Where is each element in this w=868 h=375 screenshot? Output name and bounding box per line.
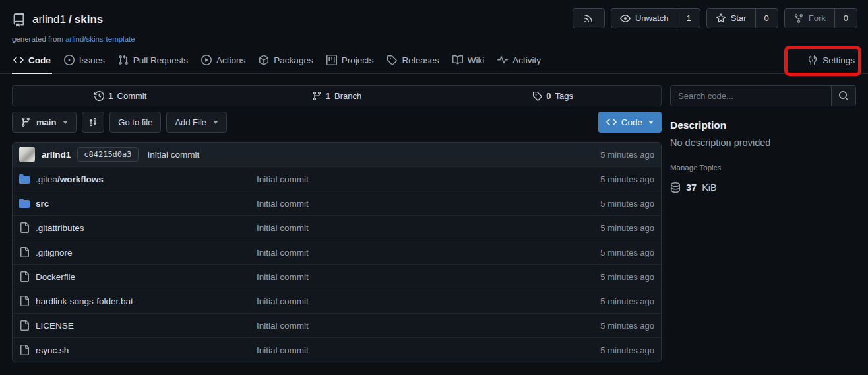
description-text: No description provided (670, 137, 856, 148)
file-name[interactable]: rsync.sh (36, 345, 257, 355)
tag-count: 0 (546, 91, 551, 101)
unwatch-label: Unwatch (635, 13, 669, 23)
file-commit-message[interactable]: Initial commit (257, 199, 542, 209)
book-icon (452, 55, 463, 65)
page-title: arlind1/skins (32, 13, 103, 26)
repo-nav: Code Issues Pull Requests Actions Packag… (0, 48, 868, 74)
repo-actions: Unwatch 1 Star 0 Fork 0 (573, 8, 857, 28)
unwatch-button[interactable]: Unwatch (611, 9, 677, 28)
commit-author-link[interactable]: arlind1 (42, 150, 71, 160)
go-to-file-label: Go to file (118, 118, 152, 127)
fork-count[interactable]: 0 (834, 9, 857, 28)
branch-icon (20, 117, 31, 127)
tag-icon (387, 55, 397, 65)
pulse-icon (497, 55, 508, 65)
file-commit-message[interactable]: Initial commit (257, 296, 542, 306)
folder-icon (19, 174, 30, 184)
fork-button[interactable]: Fork (785, 9, 834, 28)
tab-label: Settings (822, 55, 855, 65)
tab-pull-requests[interactable]: Pull Requests (111, 48, 195, 73)
star-group: Star 0 (706, 8, 778, 28)
tab-label: Packages (274, 55, 313, 65)
compare-button[interactable] (82, 112, 104, 133)
tab-settings[interactable]: Settings (801, 48, 861, 73)
repo-icon (12, 13, 26, 27)
template-repo-link[interactable]: arlind/skins-template (65, 35, 135, 43)
tab-activity[interactable]: Activity (491, 48, 547, 73)
generated-from: generated from arlind/skins-template (12, 35, 856, 43)
tab-packages[interactable]: Packages (252, 48, 319, 73)
branch-label: Branch (334, 91, 361, 101)
search-input[interactable] (671, 86, 831, 106)
rss-button[interactable] (573, 8, 605, 28)
file-table: arlind1 c84215d0a3 Initial commit 5 minu… (12, 142, 662, 362)
tab-wiki[interactable]: Wiki (446, 48, 491, 73)
eye-icon (620, 13, 631, 24)
repo-separator: / (69, 13, 72, 26)
watch-group: Unwatch 1 (611, 8, 700, 28)
file-commit-time: 5 minutes ago (542, 345, 654, 355)
tab-label: Activity (512, 55, 541, 65)
file-commit-message[interactable]: Initial commit (257, 248, 542, 257)
table-row: LICENSE Initial commit 5 minutes ago (13, 313, 661, 337)
tab-releases[interactable]: Releases (380, 48, 445, 73)
file-commit-time: 5 minutes ago (542, 321, 654, 331)
file-name[interactable]: .gitignore (36, 248, 257, 257)
table-row: rsync.sh Initial commit 5 minutes ago (13, 337, 661, 362)
star-button[interactable]: Star (707, 9, 755, 28)
file-commit-message[interactable]: Initial commit (257, 272, 542, 282)
fork-icon (793, 13, 804, 24)
repo-size: 37 KiB (670, 182, 856, 193)
file-name[interactable]: LICENSE (36, 321, 257, 331)
file-commit-message[interactable]: Initial commit (257, 174, 542, 184)
search-button[interactable] (831, 86, 855, 106)
branch-selector[interactable]: main (12, 112, 77, 133)
project-icon (326, 55, 337, 65)
file-commit-message[interactable]: Initial commit (257, 223, 542, 233)
go-to-file-button[interactable]: Go to file (109, 112, 161, 133)
tab-actions[interactable]: Actions (195, 48, 252, 73)
commits-link[interactable]: 1 Commit (13, 86, 229, 106)
add-file-button[interactable]: Add File (166, 112, 227, 133)
file-icon (19, 271, 30, 282)
tab-projects[interactable]: Projects (320, 48, 381, 73)
watch-count[interactable]: 1 (677, 9, 699, 28)
file-commit-time: 5 minutes ago (542, 174, 654, 184)
file-icon (19, 296, 30, 306)
code-download-button[interactable]: Code (598, 112, 662, 133)
file-icon (19, 320, 30, 331)
commit-count: 1 (108, 91, 113, 101)
repo-size-value: 37 (686, 182, 697, 193)
latest-commit-row: arlind1 c84215d0a3 Initial commit 5 minu… (13, 143, 661, 166)
file-commit-time: 5 minutes ago (542, 223, 654, 233)
file-name[interactable]: Dockerfile (36, 272, 257, 282)
tab-label: Releases (402, 55, 439, 65)
file-commit-time: 5 minutes ago (542, 296, 654, 306)
file-commit-message[interactable]: Initial commit (257, 321, 542, 331)
tab-label: Projects (342, 55, 374, 65)
repo-owner-link[interactable]: arlind1 (32, 13, 66, 26)
commit-message-link[interactable]: Initial commit (148, 150, 200, 160)
folder-icon (19, 198, 30, 209)
tab-issues[interactable]: Issues (57, 48, 111, 73)
commit-time: 5 minutes ago (600, 150, 654, 160)
file-name[interactable]: hardlink-songs-folder.bat (36, 296, 257, 306)
file-name[interactable]: .gitea/workflows (36, 174, 257, 184)
tags-link[interactable]: 0 Tags (445, 86, 661, 106)
manage-topics-link[interactable]: Manage Topics (670, 164, 721, 172)
tag-label: Tags (555, 91, 573, 101)
file-commit-message[interactable]: Initial commit (257, 345, 542, 355)
history-icon (94, 91, 104, 101)
branch-icon (312, 91, 322, 101)
tab-code[interactable]: Code (7, 48, 57, 73)
table-row: src Initial commit 5 minutes ago (13, 191, 661, 215)
branches-link[interactable]: 1 Branch (229, 86, 445, 106)
file-name[interactable]: src (36, 199, 257, 209)
file-name[interactable]: .gitattributes (36, 223, 257, 233)
star-count[interactable]: 0 (755, 9, 778, 28)
file-icon (19, 345, 30, 355)
add-file-label: Add File (175, 118, 206, 127)
commit-hash-link[interactable]: c84215d0a3 (77, 147, 138, 162)
repo-name-link[interactable]: skins (75, 13, 103, 26)
avatar[interactable] (19, 147, 35, 162)
